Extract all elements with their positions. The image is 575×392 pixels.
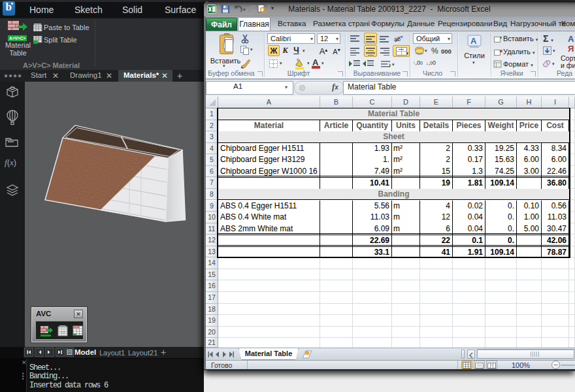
- svg-text:ab: ab: [394, 36, 401, 42]
- svg-text:A: A: [470, 36, 477, 46]
- svg-text:Я: Я: [568, 44, 574, 54]
- svg-text:А: А: [568, 34, 574, 44]
